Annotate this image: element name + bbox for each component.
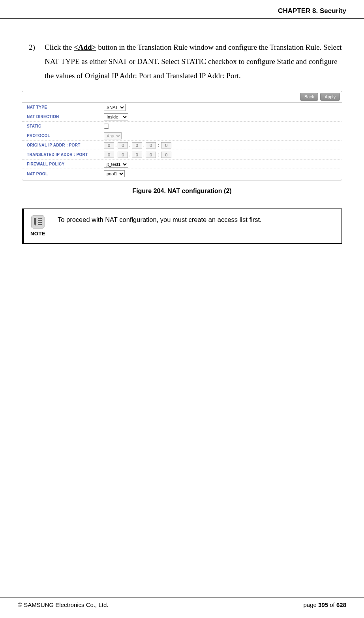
trans-octet-2[interactable]: [118, 152, 128, 158]
trans-octet-3[interactable]: [132, 152, 142, 158]
svg-rect-0: [32, 216, 44, 228]
nat-pool-select[interactable]: pool1: [104, 170, 125, 177]
page-prefix: page: [304, 601, 319, 608]
orig-octet-4[interactable]: [146, 142, 156, 148]
trans-octet-1[interactable]: [104, 152, 114, 158]
row-original-ip: ORIGINAL IP ADDR : PORT . . . :: [22, 141, 342, 150]
trans-port[interactable]: [161, 152, 171, 158]
row-nat-direction: NAT DIRECTION Inside: [22, 112, 342, 122]
note-label: NOTE: [30, 231, 45, 237]
label-nat-pool: NAT POOL: [27, 172, 104, 176]
dot: .: [129, 152, 131, 158]
orig-octet-3[interactable]: [132, 142, 142, 148]
add-button-ref: <Add>: [74, 43, 96, 51]
label-static: STATIC: [27, 124, 104, 128]
label-firewall-policy: FIREWALL POLICY: [27, 162, 104, 166]
label-original-ip: ORIGINAL IP ADDR : PORT: [27, 143, 104, 147]
step-item: 2) Click the <Add> button in the Transla…: [18, 40, 346, 83]
footer-copyright: © SAMSUNG Electronics Co., Ltd.: [18, 601, 108, 608]
static-checkbox[interactable]: [104, 124, 109, 129]
page-of: of: [328, 601, 336, 608]
note-icon-column: NOTE: [28, 214, 48, 237]
orig-octet-2[interactable]: [118, 142, 128, 148]
apply-button[interactable]: Apply: [320, 93, 340, 101]
figure-nat-config: Back Apply NAT TYPE SNAT NAT DIRECTION I…: [22, 91, 342, 180]
page-header: CHAPTER 8. Security: [0, 0, 364, 19]
page-footer: © SAMSUNG Electronics Co., Ltd. page 395…: [0, 597, 364, 618]
firewall-policy-select[interactable]: jt_test1: [104, 161, 128, 168]
row-static: STATIC: [22, 122, 342, 131]
note-box: NOTE To proceed with NAT configuration, …: [22, 209, 342, 244]
label-nat-direction: NAT DIRECTION: [27, 115, 104, 119]
row-firewall-policy: FIREWALL POLICY jt_test1: [22, 160, 342, 169]
nat-direction-select[interactable]: Inside: [104, 113, 128, 120]
chapter-title: CHAPTER 8. Security: [278, 7, 346, 15]
step-text: Click the <Add> button in the Translatio…: [45, 40, 346, 83]
note-text: To proceed with NAT configuration, you m…: [58, 214, 336, 225]
content-area: 2) Click the <Add> button in the Transla…: [0, 19, 364, 244]
trans-octet-4[interactable]: [146, 152, 156, 158]
page-number: 395: [318, 601, 328, 608]
step-number: 2): [29, 40, 38, 54]
row-nat-pool: NAT POOL pool1: [22, 169, 342, 178]
orig-port[interactable]: [161, 142, 171, 148]
figure-toolbar: Back Apply: [22, 91, 342, 103]
page-total: 628: [336, 601, 346, 608]
label-protocol: PROTOCOL: [27, 133, 104, 138]
protocol-select[interactable]: Any: [104, 132, 122, 139]
row-protocol: PROTOCOL Any: [22, 131, 342, 141]
back-button[interactable]: Back: [300, 93, 318, 101]
footer-page: page 395 of 628: [304, 601, 346, 608]
colon: :: [157, 143, 160, 148]
label-nat-type: NAT TYPE: [27, 105, 104, 109]
dot: .: [143, 143, 145, 148]
note-icon: [30, 214, 46, 230]
figure-caption: Figure 204. NAT configuration (2): [18, 188, 346, 195]
nat-type-select[interactable]: SNAT: [104, 104, 126, 111]
dot: .: [115, 152, 117, 158]
svg-rect-1: [34, 218, 36, 224]
step-pre: Click the: [45, 43, 74, 51]
orig-octet-1[interactable]: [104, 142, 114, 148]
colon: :: [157, 152, 160, 158]
row-nat-type: NAT TYPE SNAT: [22, 103, 342, 112]
dot: .: [129, 143, 131, 148]
dot: .: [143, 152, 145, 158]
row-translated-ip: TRANSLATED IP ADDR : PORT . . . :: [22, 150, 342, 160]
dot: .: [115, 143, 117, 148]
label-translated-ip: TRANSLATED IP ADDR : PORT: [27, 152, 104, 157]
